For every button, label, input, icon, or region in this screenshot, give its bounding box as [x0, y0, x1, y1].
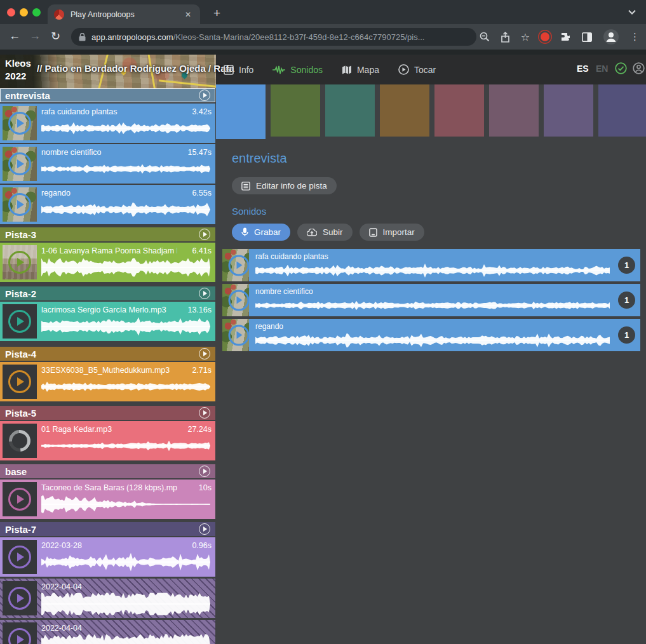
tab-search-chevron-icon[interactable]	[628, 10, 636, 15]
browser-avatar-icon[interactable]	[603, 29, 619, 45]
forward-button[interactable]: →	[29, 29, 41, 43]
side-panel-icon[interactable]	[582, 32, 592, 42]
lang-en-button[interactable]: EN	[596, 64, 608, 74]
track-sound-row-pending[interactable]: 2022-04-04	[0, 620, 215, 644]
share-icon[interactable]	[501, 32, 510, 43]
track-sound-row[interactable]: 33ESX6038_B5_Muthedukkum.mp3 2.71s	[0, 362, 215, 401]
sound-thumbnail[interactable]	[3, 106, 37, 140]
track-sound-row[interactable]: lacrimosa Sergio García Merlo.mp3 13.16s	[0, 302, 215, 341]
nav-mapa[interactable]: Mapa	[342, 65, 379, 75]
track-play-button[interactable]	[199, 229, 210, 240]
track-color-block-pista3[interactable]	[271, 84, 320, 137]
play-ring-icon[interactable]	[8, 488, 31, 511]
track-play-button[interactable]	[199, 523, 210, 535]
play-ring-icon[interactable]	[8, 251, 31, 274]
macos-zoom-button[interactable]	[32, 8, 41, 17]
sound-thumbnail[interactable]	[3, 540, 37, 574]
waveform	[41, 593, 210, 615]
sound-row[interactable]: regando 1	[222, 319, 640, 351]
nav-info[interactable]: Info	[224, 65, 253, 75]
nav-tocar[interactable]: Tocar	[398, 64, 436, 75]
play-ring-icon[interactable]	[8, 310, 31, 333]
sound-thumbnail[interactable]	[3, 147, 37, 181]
track-color-block-pista2[interactable]	[325, 84, 375, 137]
url-text: app.antropoloops.com/Kleos-Santa-Marina/…	[91, 32, 424, 42]
browser-tab[interactable]: Play Antropoloops ✕	[48, 4, 200, 24]
import-button[interactable]: Importar	[360, 224, 424, 241]
track-sound-row[interactable]: rafa cuidando plantas 3.42s	[0, 104, 215, 143]
extensions-puzzle-icon[interactable]	[560, 32, 571, 43]
track-section-header-pista4[interactable]: Pista-4	[0, 347, 215, 361]
sound-row-body[interactable]: rafa cuidando plantas 1	[249, 249, 640, 281]
macos-close-button[interactable]	[7, 8, 15, 17]
track-section-header-base[interactable]: base	[0, 464, 215, 478]
sound-thumbnail-loading[interactable]	[3, 424, 37, 458]
track-play-button[interactable]	[199, 90, 210, 101]
browser-menu-icon[interactable]: ⋮	[630, 31, 640, 43]
account-icon[interactable]	[633, 62, 645, 74]
track-color-block-pista4[interactable]	[380, 84, 429, 137]
track-color-block-8[interactable]	[598, 84, 646, 137]
sound-thumbnail[interactable]	[3, 622, 37, 644]
url-bar[interactable]: app.antropoloops.com/Kleos-Santa-Marina/…	[71, 28, 476, 46]
track-section-header-pista2[interactable]: Pista-2	[0, 286, 215, 300]
saved-check-icon[interactable]	[615, 62, 627, 74]
sound-thumbnail[interactable]	[3, 581, 37, 615]
track-play-button[interactable]	[199, 407, 210, 419]
sound-row[interactable]: rafa cuidando plantas 1	[222, 249, 640, 281]
track-play-button[interactable]	[199, 348, 210, 359]
track-color-block-entrevista[interactable]	[216, 84, 266, 139]
play-ring-icon[interactable]	[8, 152, 31, 175]
track-color-block-pista5[interactable]	[434, 84, 484, 137]
track-sound-row[interactable]: nombre cientifico 15.47s	[0, 144, 215, 184]
record-extension-icon[interactable]	[541, 32, 549, 41]
bookmark-star-icon[interactable]: ☆	[521, 31, 530, 43]
upload-button[interactable]: Subir	[297, 224, 353, 241]
nav-info-label: Info	[239, 65, 253, 75]
track-play-button[interactable]	[199, 466, 210, 477]
reload-button[interactable]: ↻	[51, 29, 60, 43]
nav-sonidos[interactable]: Sonidos	[273, 65, 323, 75]
track-sound-row[interactable]: 1-06 Lavanya Rama Poorna Shadjam Rupak..…	[0, 243, 215, 282]
sound-row-body[interactable]: regando 1	[249, 319, 640, 351]
sound-row-body[interactable]: nombre cientifico 1	[249, 284, 640, 316]
play-ring-icon[interactable]	[228, 325, 249, 345]
track-sound-row[interactable]: regando 6.55s	[0, 185, 215, 224]
waveform-icon	[273, 65, 285, 75]
play-ring-icon[interactable]	[228, 290, 249, 311]
sound-thumbnail[interactable]	[3, 245, 37, 279]
record-button[interactable]: Grabar	[232, 224, 290, 241]
track-sound-row[interactable]: Taconeo de Sara Baras (128 kbps).mp3 10s	[0, 480, 215, 519]
play-ring-icon[interactable]	[8, 587, 31, 610]
track-section-header-pista7[interactable]: Pista-7	[0, 522, 215, 536]
play-ring-icon[interactable]	[228, 255, 249, 276]
play-ring-icon[interactable]	[8, 628, 31, 644]
play-ring-icon[interactable]	[8, 193, 31, 216]
track-color-block-base[interactable]	[489, 84, 539, 137]
play-ring-icon[interactable]	[8, 112, 31, 135]
play-ring-icon[interactable]	[8, 370, 31, 393]
tab-close-icon[interactable]: ✕	[182, 9, 194, 20]
track-sound-row[interactable]: 01 Raga Kedar.mp3 27.24s	[0, 421, 215, 460]
track-section-header-pista5[interactable]: Pista-5	[0, 406, 215, 420]
lang-es-button[interactable]: ES	[577, 64, 589, 74]
track-color-block-pista7[interactable]	[544, 84, 593, 137]
new-tab-button[interactable]: +	[210, 5, 224, 22]
sound-thumbnail[interactable]	[3, 304, 37, 339]
track-section-header-entrevista[interactable]: entrevista	[0, 88, 215, 102]
edit-track-info-button[interactable]: Editar info de pista	[232, 177, 337, 194]
sound-duration: 6.55s	[192, 189, 212, 198]
sound-thumbnail[interactable]	[3, 365, 37, 399]
zoom-icon[interactable]	[480, 32, 490, 42]
track-section-header-pista3[interactable]: Pista-3	[0, 227, 215, 241]
macos-minimize-button[interactable]	[20, 8, 28, 17]
sound-row[interactable]: nombre cientifico 1	[222, 284, 640, 316]
back-button[interactable]: ←	[9, 29, 20, 43]
track-sound-row[interactable]: 2022-03-28 0.96s	[0, 537, 215, 577]
sound-thumbnail[interactable]	[3, 482, 37, 516]
track-sound-row-pending[interactable]: 2022-04-04	[0, 579, 215, 618]
track-play-button[interactable]	[199, 288, 210, 299]
sound-duration: 15.47s	[187, 148, 212, 157]
play-ring-icon[interactable]	[8, 546, 31, 568]
sound-thumbnail[interactable]	[3, 187, 37, 222]
